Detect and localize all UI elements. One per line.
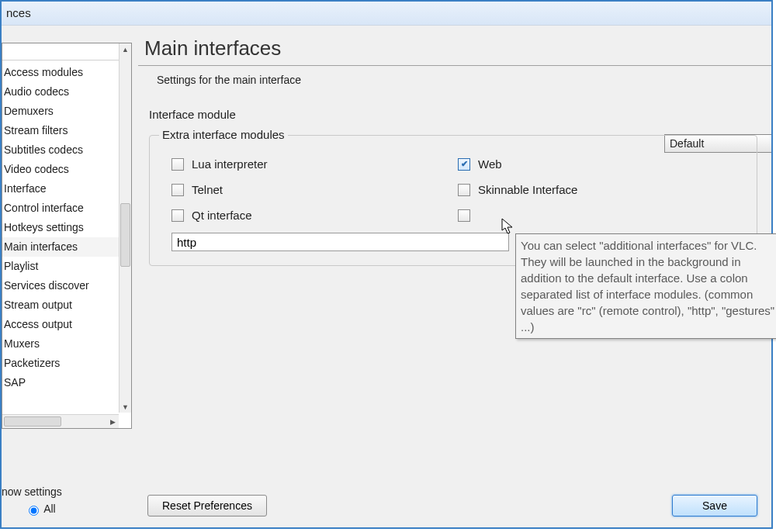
- tree-search-input[interactable]: [2, 43, 119, 60]
- tree-item[interactable]: Stream filters: [2, 121, 119, 140]
- checkbox-telnet[interactable]: Telnet: [171, 177, 458, 202]
- reset-button[interactable]: Reset Preferences: [147, 495, 267, 516]
- save-button[interactable]: Save: [672, 495, 757, 516]
- checkbox-lua[interactable]: Lua interpreter: [171, 151, 458, 177]
- interface-module-row: Interface module: [138, 108, 771, 121]
- checkbox-box[interactable]: [458, 209, 470, 222]
- tree-vertical-scrollbar[interactable]: ▲ ▼: [119, 43, 131, 413]
- tree-item[interactable]: Main interfaces: [2, 237, 119, 257]
- show-settings-group: now settings All: [2, 485, 133, 516]
- scroll-right-icon[interactable]: ▶: [106, 415, 119, 428]
- checkbox-qt[interactable]: Qt interface: [171, 202, 458, 228]
- preferences-window: nces Access modulesAudio codecsDemuxersS…: [0, 0, 773, 529]
- tree-items: Access modulesAudio codecsDemuxersStream…: [2, 63, 119, 413]
- title-divider: [138, 65, 771, 66]
- tree-item[interactable]: Services discover: [2, 276, 119, 295]
- checkbox-label: Web: [478, 157, 502, 171]
- checkbox-box[interactable]: [171, 209, 184, 222]
- checkbox-label: Telnet: [192, 183, 223, 196]
- show-settings-all-label: All: [43, 503, 56, 515]
- window-titlebar: nces: [2, 2, 771, 26]
- checkbox-box[interactable]: [171, 184, 184, 196]
- tree-item[interactable]: Control interface: [2, 199, 119, 218]
- checkbox-web[interactable]: Web: [458, 151, 744, 177]
- scroll-up-icon[interactable]: ▲: [120, 43, 131, 55]
- tree-item[interactable]: Audio codecs: [2, 82, 119, 102]
- tree-item[interactable]: Hotkeys settings: [2, 218, 119, 237]
- tree-hscroll-thumb[interactable]: [4, 416, 61, 427]
- main-panel: Main interfaces Settings for the main in…: [138, 26, 771, 527]
- tree-item[interactable]: Interface: [2, 179, 119, 199]
- page-title: Main interfaces: [138, 26, 771, 65]
- tree-item[interactable]: SAP: [2, 373, 119, 392]
- window-body: Access modulesAudio codecsDemuxersStream…: [2, 26, 771, 527]
- show-settings-label: now settings: [2, 485, 133, 498]
- checkbox-label: Skinnable Interface: [478, 183, 577, 196]
- tree-item[interactable]: Access output: [2, 315, 119, 334]
- page-subtitle: Settings for the main interface: [138, 74, 771, 86]
- tree-vscroll-thumb[interactable]: [120, 203, 130, 267]
- tree-item[interactable]: Packetizers: [2, 354, 119, 373]
- tree-item[interactable]: Stream output: [2, 295, 119, 315]
- dialog-buttons: Reset Preferences Save: [147, 495, 757, 516]
- category-tree: Access modulesAudio codecsDemuxersStream…: [2, 43, 132, 429]
- extra-interfaces-legend: Extra interface modules: [159, 128, 288, 141]
- tooltip: You can select "additional interfaces" f…: [515, 233, 776, 339]
- extra-modules-input[interactable]: [171, 233, 509, 251]
- checkbox-label: Lua interpreter: [192, 157, 268, 171]
- checkbox-skinnable[interactable]: Skinnable Interface: [458, 177, 744, 202]
- tree-horizontal-scrollbar[interactable]: ▶: [2, 414, 119, 428]
- checkbox-box[interactable]: [171, 158, 184, 171]
- tree-item[interactable]: Playlist: [2, 257, 119, 276]
- checkbox-label: Qt interface: [192, 209, 252, 222]
- checkbox-box[interactable]: [458, 184, 470, 196]
- checkbox-hidden[interactable]: [458, 202, 744, 228]
- tree-item[interactable]: Access modules: [2, 63, 119, 82]
- sidebar: Access modulesAudio codecsDemuxersStream…: [2, 26, 135, 527]
- window-title: nces: [6, 6, 31, 19]
- tree-item[interactable]: Demuxers: [2, 102, 119, 121]
- show-settings-all-row[interactable]: All: [2, 503, 133, 516]
- tree-item[interactable]: Video codecs: [2, 160, 119, 179]
- scroll-down-icon[interactable]: ▼: [120, 401, 131, 413]
- tree-item[interactable]: Subtitles codecs: [2, 140, 119, 160]
- tree-item[interactable]: Muxers: [2, 334, 119, 354]
- interface-module-label: Interface module: [149, 108, 382, 121]
- checkbox-box[interactable]: [458, 158, 470, 171]
- show-settings-all-radio[interactable]: [29, 506, 39, 516]
